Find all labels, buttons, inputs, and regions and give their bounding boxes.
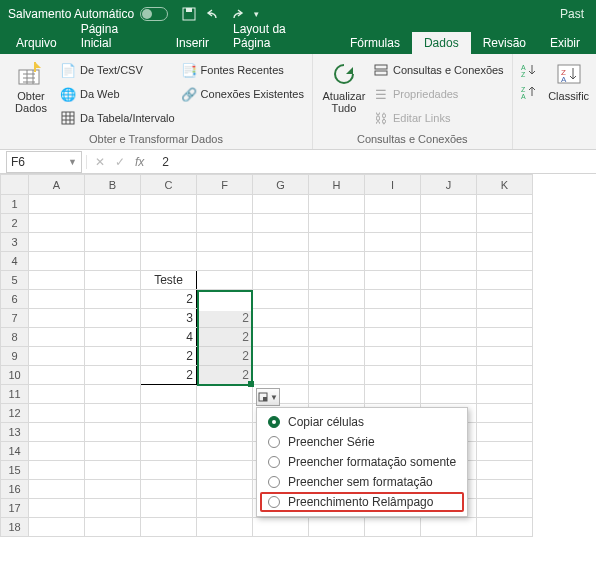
cell-A14[interactable] bbox=[29, 442, 85, 461]
cell-I7[interactable] bbox=[365, 309, 421, 328]
cell-F17[interactable] bbox=[197, 499, 253, 518]
cell-B7[interactable] bbox=[85, 309, 141, 328]
cell-C8[interactable]: 4 bbox=[141, 328, 197, 347]
cell-A2[interactable] bbox=[29, 214, 85, 233]
cell-B2[interactable] bbox=[85, 214, 141, 233]
col-header-F[interactable]: F bbox=[197, 175, 253, 195]
cell-B17[interactable] bbox=[85, 499, 141, 518]
cell-A16[interactable] bbox=[29, 480, 85, 499]
cell-A7[interactable] bbox=[29, 309, 85, 328]
cell-H9[interactable] bbox=[309, 347, 365, 366]
row-header-14[interactable]: 14 bbox=[1, 442, 29, 461]
save-icon[interactable] bbox=[182, 7, 196, 21]
cell-F1[interactable] bbox=[197, 195, 253, 214]
cell-J18[interactable] bbox=[421, 518, 477, 537]
cell-G9[interactable] bbox=[253, 347, 309, 366]
col-header-I[interactable]: I bbox=[365, 175, 421, 195]
autofill-option[interactable]: Preencher formatação somente bbox=[260, 452, 464, 472]
cell-C1[interactable] bbox=[141, 195, 197, 214]
cell-A17[interactable] bbox=[29, 499, 85, 518]
cell-G10[interactable] bbox=[253, 366, 309, 385]
cell-C7[interactable]: 3 bbox=[141, 309, 197, 328]
cell-F6[interactable]: 2 bbox=[197, 290, 253, 309]
cell-G3[interactable] bbox=[253, 233, 309, 252]
cell-J2[interactable] bbox=[421, 214, 477, 233]
cell-C12[interactable] bbox=[141, 404, 197, 423]
cell-K8[interactable] bbox=[477, 328, 533, 347]
cell-G7[interactable] bbox=[253, 309, 309, 328]
cell-K18[interactable] bbox=[477, 518, 533, 537]
sort-asc-button[interactable]: AZ bbox=[521, 60, 537, 80]
cell-A1[interactable] bbox=[29, 195, 85, 214]
cell-B5[interactable] bbox=[85, 271, 141, 290]
cell-B12[interactable] bbox=[85, 404, 141, 423]
atualizar-tudo-button[interactable]: Atualizar Tudo bbox=[321, 58, 367, 128]
cell-K12[interactable] bbox=[477, 404, 533, 423]
row-header-13[interactable]: 13 bbox=[1, 423, 29, 442]
cell-G8[interactable] bbox=[253, 328, 309, 347]
row-header-5[interactable]: 5 bbox=[1, 271, 29, 290]
tab-exibir[interactable]: Exibir bbox=[538, 32, 592, 54]
cell-K5[interactable] bbox=[477, 271, 533, 290]
cell-C13[interactable] bbox=[141, 423, 197, 442]
cell-B9[interactable] bbox=[85, 347, 141, 366]
cell-J5[interactable] bbox=[421, 271, 477, 290]
cell-F14[interactable] bbox=[197, 442, 253, 461]
tab-layout-da-página[interactable]: Layout da Página bbox=[221, 18, 338, 54]
cell-J11[interactable] bbox=[421, 385, 477, 404]
cell-C15[interactable] bbox=[141, 461, 197, 480]
cell-J3[interactable] bbox=[421, 233, 477, 252]
cell-G6[interactable] bbox=[253, 290, 309, 309]
cell-I4[interactable] bbox=[365, 252, 421, 271]
cell-H2[interactable] bbox=[309, 214, 365, 233]
cell-H5[interactable] bbox=[309, 271, 365, 290]
cell-B1[interactable] bbox=[85, 195, 141, 214]
cell-A4[interactable] bbox=[29, 252, 85, 271]
cell-F4[interactable] bbox=[197, 252, 253, 271]
fx-icon[interactable]: fx bbox=[135, 155, 144, 169]
row-header-6[interactable]: 6 bbox=[1, 290, 29, 309]
row-header-11[interactable]: 11 bbox=[1, 385, 29, 404]
cell-A9[interactable] bbox=[29, 347, 85, 366]
cancel-icon[interactable]: ✕ bbox=[95, 155, 105, 169]
cell-C3[interactable] bbox=[141, 233, 197, 252]
cell-H4[interactable] bbox=[309, 252, 365, 271]
cell-K10[interactable] bbox=[477, 366, 533, 385]
cell-H11[interactable] bbox=[309, 385, 365, 404]
cell-J7[interactable] bbox=[421, 309, 477, 328]
cell-G1[interactable] bbox=[253, 195, 309, 214]
cell-J1[interactable] bbox=[421, 195, 477, 214]
cell-A6[interactable] bbox=[29, 290, 85, 309]
cell-I5[interactable] bbox=[365, 271, 421, 290]
cell-A15[interactable] bbox=[29, 461, 85, 480]
row-header-15[interactable]: 15 bbox=[1, 461, 29, 480]
col-header-J[interactable]: J bbox=[421, 175, 477, 195]
row-header-10[interactable]: 10 bbox=[1, 366, 29, 385]
cell-C17[interactable] bbox=[141, 499, 197, 518]
cell-F16[interactable] bbox=[197, 480, 253, 499]
cell-A12[interactable] bbox=[29, 404, 85, 423]
row-header-17[interactable]: 17 bbox=[1, 499, 29, 518]
tab-fórmulas[interactable]: Fórmulas bbox=[338, 32, 412, 54]
cell-I10[interactable] bbox=[365, 366, 421, 385]
confirm-icon[interactable]: ✓ bbox=[115, 155, 125, 169]
cell-H3[interactable] bbox=[309, 233, 365, 252]
autofill-option[interactable]: Copiar células bbox=[260, 412, 464, 432]
cell-K1[interactable] bbox=[477, 195, 533, 214]
row-header-1[interactable]: 1 bbox=[1, 195, 29, 214]
cell-B15[interactable] bbox=[85, 461, 141, 480]
cell-K17[interactable] bbox=[477, 499, 533, 518]
cell-F9[interactable]: 2 bbox=[197, 347, 253, 366]
row-header-9[interactable]: 9 bbox=[1, 347, 29, 366]
row-header-2[interactable]: 2 bbox=[1, 214, 29, 233]
cell-F18[interactable] bbox=[197, 518, 253, 537]
cell-B13[interactable] bbox=[85, 423, 141, 442]
cell-A11[interactable] bbox=[29, 385, 85, 404]
cell-K4[interactable] bbox=[477, 252, 533, 271]
cell-H7[interactable] bbox=[309, 309, 365, 328]
cell-K15[interactable] bbox=[477, 461, 533, 480]
fontes-recentes-button[interactable]: 📑Fontes Recentes bbox=[181, 60, 304, 80]
cell-I2[interactable] bbox=[365, 214, 421, 233]
cell-C11[interactable] bbox=[141, 385, 197, 404]
cell-B6[interactable] bbox=[85, 290, 141, 309]
